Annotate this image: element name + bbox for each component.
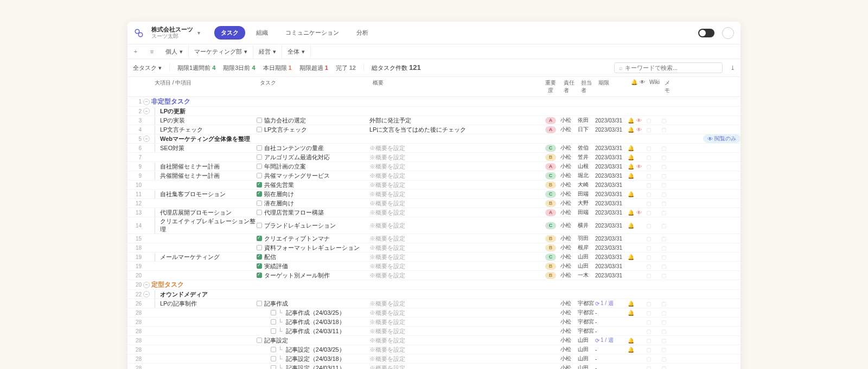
checkbox[interactable] xyxy=(271,319,276,325)
tab-management[interactable]: 経営▾ xyxy=(253,45,282,59)
desc-cell[interactable]: ※概要を設定 xyxy=(369,244,541,252)
table-row[interactable]: 20−定型タスク xyxy=(127,280,741,290)
filter-3days[interactable]: 期限3日前 4 xyxy=(223,64,255,72)
memo-cell[interactable]: ▢ xyxy=(661,310,676,316)
desc-cell[interactable]: ※概要を設定 xyxy=(369,172,541,180)
table-row[interactable]: 5−Webマーケティング全体像を整理👁閲覧のみ xyxy=(127,134,741,144)
checkbox[interactable] xyxy=(271,365,276,369)
desc-cell[interactable]: ※概要を設定 xyxy=(369,181,541,189)
wiki-cell[interactable]: ▢ xyxy=(646,182,661,188)
checkbox[interactable] xyxy=(257,223,262,228)
wiki-cell[interactable]: ▢ xyxy=(646,347,661,353)
checkbox[interactable] xyxy=(271,310,276,315)
checkbox[interactable] xyxy=(257,191,262,197)
checkbox[interactable] xyxy=(257,338,262,343)
org-selector[interactable]: 株式会社スーツ スーツ太郎 xyxy=(151,26,193,40)
checkbox[interactable] xyxy=(271,328,276,334)
filter-all-tasks[interactable]: 全タスク▾ xyxy=(133,64,162,72)
nav-task[interactable]: タスク xyxy=(214,26,245,40)
wiki-cell[interactable]: ▢ xyxy=(646,236,661,242)
wiki-cell[interactable]: ▢ xyxy=(646,273,661,279)
wiki-cell[interactable]: ▢ xyxy=(646,245,661,251)
memo-cell[interactable]: ▢ xyxy=(661,328,676,334)
memo-cell[interactable]: ▢ xyxy=(661,347,676,353)
collapse-icon[interactable]: − xyxy=(143,291,150,297)
collapse-icon[interactable]: − xyxy=(143,135,150,142)
checkbox[interactable] xyxy=(257,273,262,278)
checkbox[interactable] xyxy=(257,200,262,206)
table-row[interactable]: 4LP文言チェックLP文言チェックLPに文言を当てはめた後にチェックA小松日下2… xyxy=(127,125,741,134)
filter-done[interactable]: 完了 12 xyxy=(336,64,356,72)
table-row[interactable]: 9共催開催セミナー計画共催マッチングサービス※概要を設定C小松堀北2023/03… xyxy=(127,171,741,180)
desc-cell[interactable]: ※概要を設定 xyxy=(369,364,541,369)
desc-cell[interactable]: ※概要を設定 xyxy=(369,144,541,152)
table-row[interactable]: 22−オウンドメディア xyxy=(127,290,741,299)
checkbox[interactable] xyxy=(257,118,262,123)
desc-cell[interactable]: ※概要を設定 xyxy=(369,153,541,161)
table-row[interactable]: 28└記事作成（24/03/18）※概要を設定小松宇都宮-▢▢ xyxy=(127,318,741,327)
desc-cell[interactable]: ※概要を設定 xyxy=(369,209,541,217)
desc-cell[interactable]: ※概要を設定 xyxy=(369,300,541,308)
collapse-icon[interactable]: − xyxy=(143,99,150,105)
checkbox[interactable] xyxy=(257,236,262,241)
table-row[interactable]: 6SEO対策自社コンテンツの量産※概要を設定C小松佐伯2023/03/31🔔▢▢ xyxy=(127,144,741,153)
memo-cell[interactable]: ▢ xyxy=(661,245,676,251)
dark-mode-toggle[interactable] xyxy=(698,29,714,37)
wiki-cell[interactable]: ▢ xyxy=(646,263,661,269)
search-input[interactable] xyxy=(625,64,718,71)
checkbox[interactable] xyxy=(271,347,276,352)
collapse-icon[interactable]: − xyxy=(143,108,150,114)
wiki-cell[interactable]: ▢ xyxy=(646,319,661,325)
desc-cell[interactable]: 外部に発注予定 xyxy=(369,116,541,125)
filter-1week[interactable]: 期限1週間前 4 xyxy=(177,64,215,72)
desc-cell[interactable]: ※概要を設定 xyxy=(369,199,541,208)
wiki-cell[interactable]: ▢ xyxy=(646,338,661,344)
wiki-cell[interactable]: ▢ xyxy=(646,328,661,334)
table-row[interactable]: 11自社集客プロモーション顕在層向け※概要を設定C小松田端2023/03/31🔔… xyxy=(127,190,741,199)
download-icon[interactable]: ⤓ xyxy=(730,64,735,72)
desc-cell[interactable]: LPに文言を当てはめた後にチェック xyxy=(369,126,541,134)
wiki-cell[interactable]: ▢ xyxy=(646,254,661,260)
filter-overdue[interactable]: 期限超過 1 xyxy=(299,64,328,72)
memo-cell[interactable]: ▢ xyxy=(661,191,676,197)
desc-cell[interactable]: ※概要を設定 xyxy=(369,327,541,335)
desc-cell[interactable]: ※概要を設定 xyxy=(369,163,541,171)
checkbox[interactable] xyxy=(257,173,262,178)
memo-cell[interactable]: ▢ xyxy=(661,182,676,188)
desc-cell[interactable]: ※概要を設定 xyxy=(369,271,541,280)
tab-personal[interactable]: 個人▾ xyxy=(160,45,189,59)
table-row[interactable]: 28└記事設定（24/03/25）※概要を設定小松山田-🔔▢▢ xyxy=(127,345,741,354)
collapse-icon[interactable]: − xyxy=(143,282,150,288)
checkbox[interactable] xyxy=(257,145,262,151)
table-row[interactable]: 28└記事設定（24/03/11）※概要を設定小松山田-▢▢ xyxy=(127,364,741,369)
memo-cell[interactable]: ▢ xyxy=(661,319,676,325)
wiki-cell[interactable]: ▢ xyxy=(646,154,661,160)
user-avatar[interactable] xyxy=(722,27,734,39)
desc-cell[interactable]: ※概要を設定 xyxy=(369,235,541,243)
wiki-cell[interactable]: ▢ xyxy=(646,200,661,206)
menu-icon[interactable]: ≡ xyxy=(144,44,160,59)
wiki-cell[interactable]: ▢ xyxy=(646,145,661,151)
table-row[interactable]: 3LPの実装協力会社の選定外部に発注予定A小松依田2023/03/31🔔👁▢▢ xyxy=(127,116,741,125)
table-row[interactable]: 19実績評価※概要を設定B小松山田2023/03/31▢▢ xyxy=(127,262,741,271)
filter-today[interactable]: 本日期限 1 xyxy=(263,64,292,72)
table-row[interactable]: 9自社開催セミナー計画年間計画の立案※概要を設定A小松山根2023/03/31🔔… xyxy=(127,162,741,171)
nav-comm[interactable]: コミュニケーション xyxy=(279,26,346,40)
wiki-cell[interactable]: ▢ xyxy=(646,191,661,197)
memo-cell[interactable]: ▢ xyxy=(661,356,676,362)
table-row[interactable]: 26LPの記事制作記事作成※概要を設定小松宇都宮⟳ 1 / 週🔔▢▢ xyxy=(127,299,741,308)
table-row[interactable]: 14クリエイティブレギュレーション整理ブランドレギュレーション※概要を設定C小松… xyxy=(127,217,741,234)
memo-cell[interactable]: ▢ xyxy=(661,236,676,242)
memo-cell[interactable]: ▢ xyxy=(661,173,676,179)
desc-cell[interactable]: ※概要を設定 xyxy=(369,262,541,270)
memo-cell[interactable]: ▢ xyxy=(661,338,676,344)
checkbox[interactable] xyxy=(257,182,262,187)
memo-cell[interactable]: ▢ xyxy=(661,365,676,369)
checkbox[interactable] xyxy=(257,154,262,160)
memo-cell[interactable]: ▢ xyxy=(661,210,676,216)
wiki-cell[interactable]: ▢ xyxy=(646,356,661,362)
add-icon[interactable]: + xyxy=(127,44,144,59)
wiki-cell[interactable]: ▢ xyxy=(646,210,661,216)
wiki-cell[interactable]: ▢ xyxy=(646,223,661,229)
nav-org[interactable]: 組織 xyxy=(250,26,275,40)
